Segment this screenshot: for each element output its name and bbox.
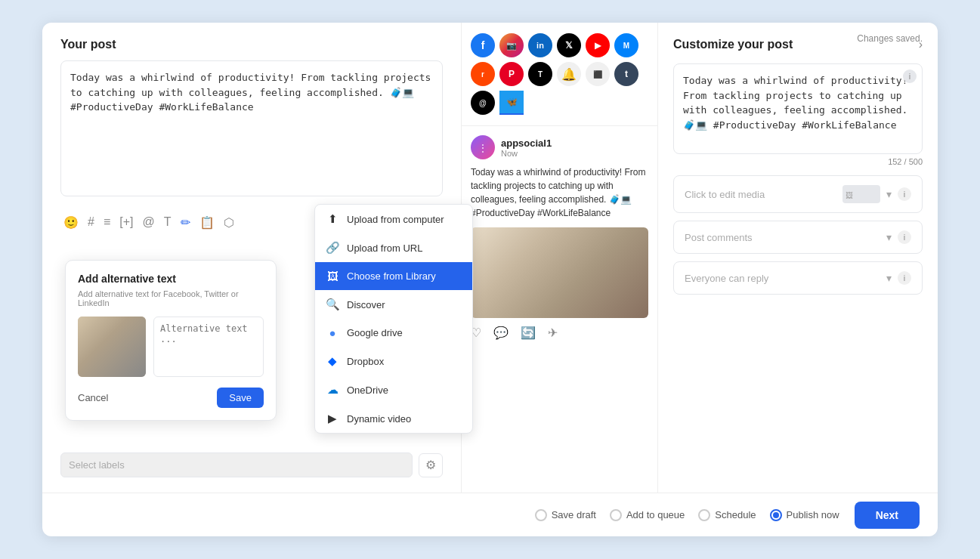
mention-icon[interactable]: @	[142, 215, 154, 229]
social-icon-tumblr[interactable]: t	[614, 62, 638, 86]
social-icon-threads[interactable]: @	[471, 91, 495, 115]
labels-select[interactable]: Select labels	[60, 452, 413, 477]
onedrive-label: OneDrive	[347, 385, 388, 396]
google-drive-item[interactable]: ● Google drive	[315, 319, 472, 347]
social-icons-bar: f 📷 in 𝕏 ▶ M r P T 🔔 ⬛ t @ 🦋	[462, 23, 657, 126]
social-icon-pinterest[interactable]: P	[499, 62, 524, 86]
alt-text-input[interactable]	[153, 317, 264, 377]
customize-textarea-wrapper: Today was a whirlwind of productivity! F…	[673, 63, 923, 157]
alt-image-visual	[78, 317, 146, 377]
media-preview-thumb: 🖼	[842, 185, 880, 203]
post-textarea[interactable]: Today was a whirlwind of productivity! F…	[60, 60, 443, 196]
comments-info-icon: i	[898, 230, 911, 244]
comment-action[interactable]: 💬	[493, 326, 509, 340]
reply-section-controls: ▾ i	[886, 271, 911, 285]
customize-info-icon: i	[903, 69, 917, 83]
media-dropdown-menu: ⬆ Upload from computer 🔗 Upload from URL…	[314, 204, 473, 434]
discover-item[interactable]: 🔍 Discover	[315, 290, 472, 319]
add-to-queue-radio[interactable]	[610, 509, 622, 521]
media-icon[interactable]: ✏	[181, 215, 190, 230]
social-icon-facebook[interactable]: f	[471, 33, 495, 57]
onedrive-icon: ☁	[326, 383, 339, 397]
social-icon-twitter[interactable]: 𝕏	[557, 33, 581, 57]
add-icon[interactable]: [+]	[119, 215, 133, 229]
media-section-label: Click to edit media	[685, 189, 765, 200]
preview-header: ⋮⋮ appsocial1 Now	[471, 135, 648, 159]
cancel-button[interactable]: Cancel	[78, 392, 108, 403]
schedule-radio[interactable]	[698, 509, 710, 521]
alt-text-subtitle: Add alternative text for Facebook, Twitt…	[78, 289, 264, 307]
discover-label: Discover	[347, 299, 385, 310]
alt-text-title: Add alternative text	[78, 273, 264, 285]
social-icon-instagram[interactable]: 📷	[499, 33, 524, 57]
upload-url-label: Upload from URL	[347, 242, 422, 254]
onedrive-item[interactable]: ☁ OneDrive	[315, 375, 472, 404]
share-action[interactable]: ✈	[548, 326, 558, 340]
gear-button[interactable]: ⚙	[419, 453, 443, 477]
list-icon[interactable]: ≡	[104, 215, 110, 229]
schedule-option[interactable]: Schedule	[698, 509, 756, 521]
dynamic-video-icon: ▶	[326, 412, 339, 425]
svg-text:🖼: 🖼	[846, 191, 853, 199]
save-draft-radio[interactable]	[535, 509, 547, 521]
next-button[interactable]: Next	[855, 502, 920, 529]
choose-library-icon: 🖼	[326, 270, 339, 283]
preview-post: ⋮⋮ appsocial1 Now Today was a whirlwind …	[462, 126, 657, 493]
social-icon-youtube[interactable]: ▶	[586, 33, 610, 57]
save-draft-option[interactable]: Save draft	[535, 509, 596, 521]
schedule-label: Schedule	[715, 509, 756, 520]
google-drive-icon: ●	[326, 326, 339, 339]
customize-title: Customize your post	[673, 38, 793, 51]
dropbox-label: Dropbox	[347, 356, 384, 367]
reply-chevron-icon: ▾	[886, 272, 892, 284]
add-to-queue-option[interactable]: Add to queue	[610, 509, 685, 521]
alt-content	[78, 317, 264, 377]
emoji-icon[interactable]: 🙂	[63, 215, 79, 230]
social-icon-square[interactable]: ⬛	[586, 62, 610, 86]
add-to-queue-label: Add to queue	[626, 509, 685, 520]
click-to-edit-media-section[interactable]: Click to edit media 🖼 ▾ i	[673, 175, 923, 213]
content-area: Your post Today was a whirlwind of produ…	[42, 23, 938, 493]
social-icon-tiktok[interactable]: T	[528, 62, 552, 86]
media-chevron-icon: ▾	[886, 188, 892, 200]
hashtag-icon[interactable]: #	[88, 215, 94, 229]
media-info-icon: i	[898, 187, 911, 201]
alt-text-buttons: Cancel Save	[78, 388, 264, 408]
repost-action[interactable]: 🔄	[521, 326, 536, 340]
upload-computer-item[interactable]: ⬆ Upload from computer	[315, 205, 472, 233]
social-icon-meta[interactable]: M	[614, 33, 638, 57]
save-button[interactable]: Save	[217, 388, 264, 408]
comments-chevron-icon: ▾	[886, 231, 892, 243]
dropbox-icon: ◆	[326, 354, 339, 368]
dynamic-video-label: Dynamic video	[347, 413, 411, 425]
copy-icon[interactable]: 📋	[199, 215, 215, 230]
publish-now-option[interactable]: Publish now	[770, 509, 839, 521]
alt-text-modal: Add alternative text Add alternative tex…	[65, 260, 277, 421]
customize-textarea[interactable]: Today was a whirlwind of productivity! F…	[673, 63, 923, 154]
footer: Save draft Add to queue Schedule Publish…	[42, 493, 938, 536]
comments-section-label: Post comments	[685, 232, 753, 243]
social-icon-notifications[interactable]: 🔔	[557, 62, 581, 86]
post-comments-section[interactable]: Post comments ▾ i	[673, 221, 923, 254]
social-icon-bluesky[interactable]: 🦋	[499, 91, 524, 115]
select-labels-row: Select labels ⚙	[60, 445, 443, 477]
upload-computer-label: Upload from computer	[347, 214, 444, 225]
everyone-can-reply-section[interactable]: Everyone can reply ▾ i	[673, 261, 923, 295]
comments-section-controls: ▾ i	[886, 230, 911, 244]
media-section-controls: 🖼 ▾ i	[842, 185, 911, 203]
social-icon-reddit[interactable]: r	[471, 62, 495, 86]
post-title: Your post	[60, 38, 443, 51]
share-icon[interactable]: ⬡	[224, 215, 234, 230]
dynamic-video-item[interactable]: ▶ Dynamic video	[315, 404, 472, 433]
alt-image-preview	[78, 317, 146, 377]
social-icon-linkedin[interactable]: in	[528, 33, 552, 57]
publish-now-radio[interactable]	[770, 509, 782, 521]
preview-actions: ♡ 💬 🔄 ✈	[471, 326, 648, 340]
upload-url-item[interactable]: 🔗 Upload from URL	[315, 233, 472, 262]
preview-post-text: Today was a whirlwind of productivity! F…	[471, 165, 648, 220]
text-icon[interactable]: T	[164, 215, 172, 229]
choose-library-item[interactable]: 🖼 Choose from Library	[315, 262, 472, 290]
dropbox-item[interactable]: ◆ Dropbox	[315, 347, 472, 375]
preview-time: Now	[501, 149, 552, 158]
preview-post-image	[471, 227, 648, 318]
